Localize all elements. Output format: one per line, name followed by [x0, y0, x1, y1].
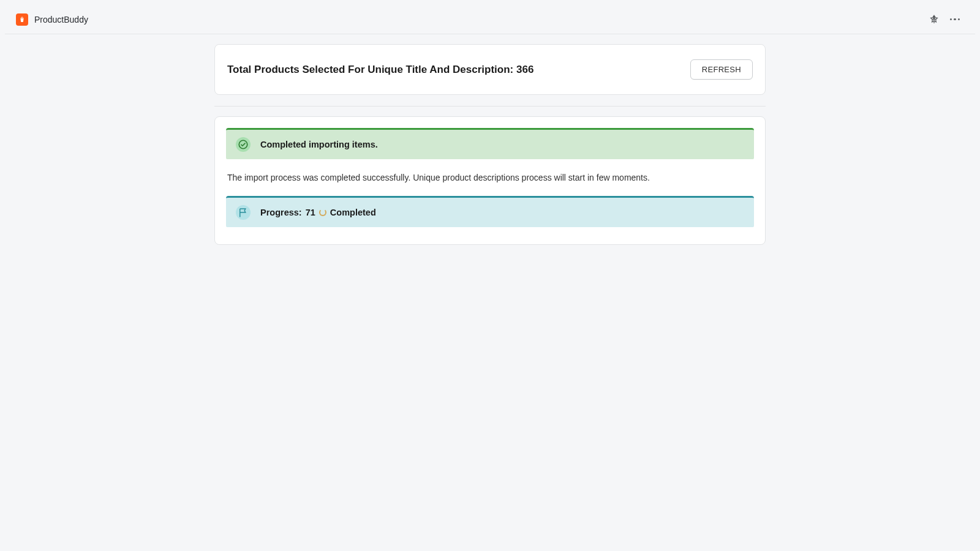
divider — [214, 106, 766, 107]
content: Total Products Selected For Unique Title… — [214, 44, 766, 245]
status-card: Completed importing items. The import pr… — [214, 116, 766, 245]
alert-progress: Progress: 71 Completed — [226, 196, 754, 227]
pin-icon[interactable] — [929, 14, 940, 25]
info-line: The import process was completed success… — [227, 173, 753, 182]
topbar-right — [929, 14, 964, 25]
alert-success: Completed importing items. — [226, 128, 754, 159]
topbar: ProductBuddy — [5, 5, 975, 34]
progress-value: 71 — [306, 208, 315, 217]
progress-line: Progress: 71 Completed — [260, 208, 376, 217]
flag-icon — [236, 205, 251, 220]
app-logo-icon — [16, 13, 28, 26]
check-circle-icon — [236, 137, 251, 152]
app-name: ProductBuddy — [34, 15, 88, 24]
refresh-button[interactable]: REFRESH — [690, 59, 753, 80]
selected-count: 366 — [516, 64, 533, 75]
page-title: Total Products Selected For Unique Title… — [227, 64, 533, 76]
topbar-left: ProductBuddy — [16, 13, 88, 26]
spinner-icon — [319, 209, 326, 216]
success-message: Completed importing items. — [260, 140, 378, 149]
header-card: Total Products Selected For Unique Title… — [214, 44, 766, 95]
more-icon[interactable] — [949, 14, 960, 25]
